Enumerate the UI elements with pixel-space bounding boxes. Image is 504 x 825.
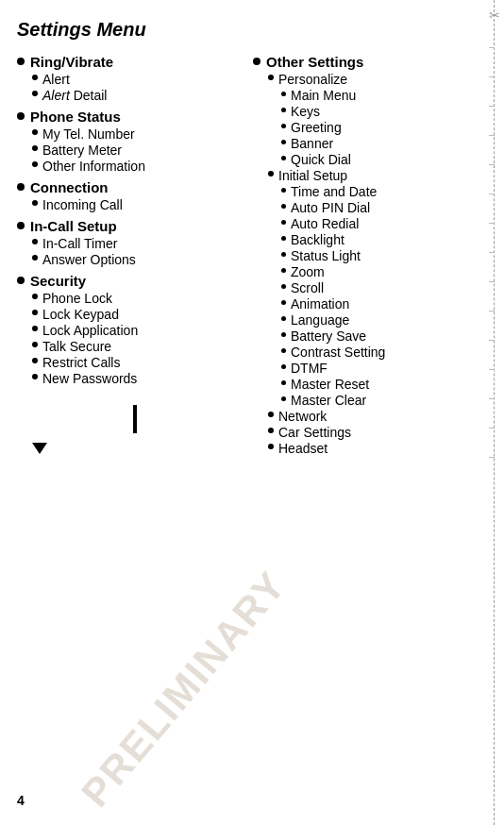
bullet-new-passwords [32, 374, 38, 379]
list-item: Talk Secure [17, 339, 244, 354]
bullet-battery-meter [32, 145, 38, 151]
list-item: Network [253, 409, 485, 424]
restrict-calls-label: Restrict Calls [42, 355, 120, 370]
tick-line [489, 457, 495, 458]
section-other-settings: Other Settings Personalize Main Menu Key… [253, 54, 485, 456]
tick-line [489, 311, 495, 311]
ring-vibrate-header: Ring/Vibrate [17, 54, 244, 70]
list-item: Incoming Call [17, 197, 244, 212]
personalize-label: Personalize [278, 72, 347, 87]
auto-redial-label: Auto Redial [291, 216, 359, 231]
bullet-greeting [281, 124, 286, 128]
greeting-label: Greeting [291, 120, 342, 135]
bullet-contrast-setting [281, 348, 286, 353]
bullet-in-call-timer [32, 239, 38, 244]
page-number: 4 [17, 793, 25, 808]
bullet-zoom [281, 268, 286, 273]
bullet-connection [17, 183, 25, 191]
list-item: Auto Redial [253, 216, 485, 231]
lock-application-label: Lock Application [42, 323, 138, 338]
banner-label: Banner [291, 136, 333, 151]
master-clear-label: Master Clear [291, 393, 366, 408]
battery-meter-label: Battery Meter [42, 143, 122, 158]
bullet-security [17, 277, 25, 284]
contrast-setting-label: Contrast Setting [291, 345, 385, 360]
tick-line [489, 369, 495, 370]
bullet-backlight [281, 236, 286, 241]
bullet-master-reset [281, 380, 286, 385]
bullet-dtmf [281, 364, 286, 369]
section-connection: Connection Incoming Call [17, 179, 244, 212]
bullet-battery-save [281, 332, 286, 337]
security-header: Security [17, 273, 244, 289]
right-column: Other Settings Personalize Main Menu Key… [244, 54, 485, 462]
bullet-lock-keypad [32, 310, 38, 315]
language-label: Language [291, 312, 349, 328]
in-call-timer-label: In-Call Timer [42, 236, 117, 251]
tick-line [489, 223, 495, 224]
page-container: PRELIMINARY Settings Menu Ring/Vibrate A… [0, 0, 504, 825]
alert-detail-label: Alert Detail [42, 88, 107, 103]
battery-save-label: Battery Save [291, 328, 366, 344]
tick-line [489, 135, 495, 136]
list-item: Time and Date [253, 184, 485, 199]
bullet-alert-detail [32, 91, 38, 96]
list-item: Zoom [253, 264, 485, 279]
dtmf-label: DTMF [291, 361, 328, 376]
bullet-auto-redial [281, 220, 286, 225]
scroll-label: Scroll [291, 280, 324, 295]
list-item: Battery Save [253, 328, 485, 344]
tick-line [489, 47, 495, 48]
phone-status-label: Phone Status [30, 109, 121, 125]
list-item: Language [253, 312, 485, 328]
list-item: DTMF [253, 361, 485, 376]
bullet-my-tel [32, 129, 38, 135]
list-item: Lock Application [17, 323, 244, 338]
tick-line [489, 398, 495, 399]
network-label: Network [278, 409, 327, 424]
answer-options-label: Answer Options [42, 252, 136, 267]
tick-line [489, 281, 495, 282]
list-item: Restrict Calls [17, 355, 244, 370]
section-security: Security Phone Lock Lock Keypad Lock App… [17, 273, 244, 386]
list-item: Greeting [253, 120, 485, 135]
bullet-main-menu [281, 92, 286, 96]
quick-dial-label: Quick Dial [291, 152, 351, 167]
section-ring-vibrate: Ring/Vibrate Alert Alert Detail [17, 54, 244, 103]
bullet-answer-options [32, 255, 38, 261]
other-settings-header: Other Settings [253, 54, 485, 70]
bullet-keys [281, 108, 286, 112]
other-info-label: Other Information [42, 159, 145, 174]
list-item: Battery Meter [17, 143, 244, 158]
incoming-call-label: Incoming Call [42, 197, 123, 212]
arrow-down-wrapper [17, 405, 244, 454]
bullet-headset [268, 444, 274, 449]
list-item: Keys [253, 104, 485, 119]
bullet-car-settings [268, 428, 274, 433]
phone-lock-label: Phone Lock [42, 291, 112, 306]
list-item: Headset [253, 441, 485, 456]
arrow-down-icon [32, 443, 47, 454]
bullet-in-call-setup [17, 222, 25, 229]
tick-line [489, 428, 495, 429]
keys-label: Keys [291, 104, 320, 119]
list-item: Answer Options [17, 252, 244, 267]
bullet-network [268, 412, 274, 417]
list-item: Master Reset [253, 377, 485, 392]
tick-line [489, 252, 495, 253]
bullet-status-light [281, 252, 286, 257]
list-item: Auto PIN Dial [253, 200, 485, 215]
tick-line [489, 164, 495, 165]
list-item: Other Information [17, 159, 244, 174]
left-column: Ring/Vibrate Alert Alert Detail Phone St… [17, 54, 244, 462]
phone-status-header: Phone Status [17, 109, 244, 125]
list-item: Scroll [253, 280, 485, 295]
tick-line [489, 340, 495, 341]
list-item: Main Menu [253, 88, 485, 103]
bullet-banner [281, 140, 286, 144]
bullet-animation [281, 300, 286, 305]
backlight-label: Backlight [291, 232, 344, 247]
my-tel-label: My Tel. Number [42, 126, 135, 142]
bullet-phone-lock [32, 294, 38, 299]
new-passwords-label: New Passwords [42, 371, 137, 386]
